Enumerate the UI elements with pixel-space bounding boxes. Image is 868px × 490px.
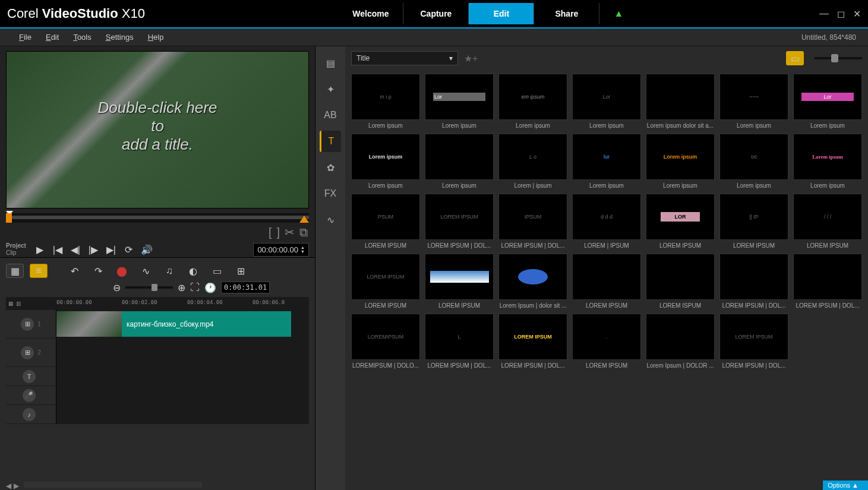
next-frame-button[interactable]: |▶ [84, 242, 102, 257]
play-button[interactable]: ▶ [31, 242, 49, 257]
main-tab-edit[interactable]: Edit [469, 3, 534, 24]
title-preset[interactable]: || IPLOREM IPSUM [719, 194, 788, 249]
track-body[interactable] [56, 405, 309, 423]
title-preset[interactable]: LOREM IPSUMLOREM IPSUM [351, 254, 420, 309]
title-preset[interactable]: LorLorem ipsum [793, 74, 862, 129]
multi-view-button[interactable]: ⊞ [232, 264, 250, 278]
repeat-button[interactable]: ⟳ [120, 242, 138, 257]
cut-icon[interactable]: ✂ [283, 225, 296, 239]
thumbnail-view-button[interactable]: ▭ [786, 51, 804, 65]
title-preset[interactable]: / / /LOREM IPSUM [793, 194, 862, 249]
redo-button[interactable]: ↷ [89, 264, 107, 278]
undo-button[interactable]: ↶ [65, 264, 83, 278]
track-body[interactable] [56, 367, 309, 385]
title-preset[interactable]: LOREM IPSUMLOREM IPSUM | DOL... [425, 194, 494, 249]
library-tab-transition[interactable]: AB [320, 105, 341, 126]
library-tab-title[interactable]: T [320, 131, 341, 152]
title-preset[interactable]: em ipsumLorem ipsum [498, 74, 567, 129]
track-voice[interactable]: 🎤 [6, 386, 309, 405]
ruler-icon[interactable]: ▦ [8, 301, 14, 306]
main-tab-share[interactable]: Share [534, 3, 599, 24]
title-placeholder[interactable]: Double-click here to add a title. [98, 99, 217, 154]
upload-icon[interactable]: ▲ [611, 3, 626, 24]
title-preset[interactable]: lorLorem ipsum [572, 134, 641, 189]
track-video[interactable]: ⊞1картинг-близко_сбоку.mp4 [6, 310, 309, 339]
zoom-slider[interactable] [125, 286, 173, 289]
mark-out-icon[interactable]: ] [275, 226, 281, 239]
library-tab-filter[interactable]: FX [320, 183, 341, 204]
title-preset[interactable]: Lorem ipsum [425, 134, 494, 189]
title-preset[interactable]: LORLOREM IPSUM [646, 194, 715, 249]
menu-help[interactable]: Help [141, 30, 171, 44]
prev-frame-button[interactable]: ◀| [67, 242, 84, 257]
title-preset[interactable]: LorLorem ipsum [572, 74, 641, 129]
title-preset[interactable]: Lorem Ipsum | DOLOR ... [646, 314, 715, 369]
title-preset[interactable]: LOREMIPSUMLOREMIPSUM | DOLO... [351, 314, 420, 369]
title-preset[interactable]: LOREM IPSUM | DOL... [719, 254, 788, 309]
split-icon[interactable]: ⧉ [298, 226, 309, 239]
timecode-down-icon[interactable]: ▼ [301, 249, 305, 254]
clock-icon[interactable]: 🕐 [204, 282, 216, 293]
library-tab-instant[interactable]: ✦ [320, 78, 341, 100]
title-preset[interactable]: ~~~Lorem ipsum [719, 74, 788, 129]
timecode[interactable]: 00:00:00.00 ▲▼ [253, 243, 309, 257]
auto-music-button[interactable]: ♫ [160, 264, 178, 278]
track-head[interactable]: ⊞2 [6, 339, 56, 366]
title-preset[interactable]: Lorem ipsumLorem ipsum [793, 134, 862, 189]
track-head[interactable]: T [6, 367, 56, 385]
track-music[interactable]: ♪ [6, 405, 309, 424]
menu-tools[interactable]: Tools [66, 30, 98, 44]
library-tab-graphic[interactable]: ✿ [320, 157, 341, 178]
title-preset[interactable]: L oLorem | ipsum [498, 134, 567, 189]
track-overlay[interactable]: ⊞2 [6, 339, 309, 367]
timeline-view-button[interactable]: ≡ [30, 264, 48, 278]
menu-edit[interactable]: Edit [39, 30, 66, 44]
subtitle-button[interactable]: ▭ [208, 264, 226, 278]
track-title[interactable]: T [6, 367, 309, 386]
library-tab-media[interactable]: ▤ [320, 52, 341, 74]
timecode-up-icon[interactable]: ▲ [301, 245, 305, 249]
category-dropdown[interactable]: Title▾ [351, 51, 458, 65]
preview-scrubber[interactable] [6, 213, 309, 223]
title-preset[interactable]: IPSUMLOREM IPSUM | DOL... [498, 194, 567, 249]
main-tab-welcome[interactable]: Welcome [338, 3, 403, 24]
title-preset[interactable]: LOREM ISPUM [646, 254, 715, 309]
title-preset[interactable]: Lorem ipsumLorem ipsum [646, 134, 715, 189]
menu-settings[interactable]: Settings [99, 30, 141, 44]
main-tab-capture[interactable]: Capture [403, 3, 469, 24]
fit-icon[interactable]: ⛶ [190, 282, 200, 293]
title-preset[interactable]: Lorem ipsum dolor sit a... [646, 74, 715, 129]
title-preset[interactable]: Lorem Ipsum | dolor sit ... [498, 254, 567, 309]
ruler-icon[interactable]: ▥ [16, 301, 21, 306]
record-button[interactable]: ⬤ [113, 264, 131, 278]
menu-file[interactable]: File [12, 30, 39, 44]
mode-clip[interactable]: Clip [6, 249, 26, 257]
title-preset[interactable]: d d dLOREM | IPSUM [572, 194, 641, 249]
title-preset[interactable]: txtLorem ipsum [719, 134, 788, 189]
track-motion-button[interactable]: ◐ [184, 264, 202, 278]
project-duration[interactable]: 0:00:31.01 [221, 282, 270, 293]
audio-mixer-button[interactable]: ∿ [137, 264, 154, 278]
title-preset[interactable]: LOREM IPSUM [425, 254, 494, 309]
mark-in-icon[interactable]: [ [267, 226, 273, 239]
minimize-icon[interactable]: — [819, 8, 829, 20]
title-preset[interactable]: m i pLorem ipsum [351, 74, 420, 129]
timeline-ruler[interactable]: ▦ ▥ 00:00:00.0000:00:02.0000:00:04.0000:… [6, 297, 309, 310]
volume-button[interactable]: 🔊 [138, 242, 156, 257]
title-preset[interactable]: LorLorem ipsum [425, 74, 494, 129]
zoom-out-icon[interactable]: ⊖ [113, 282, 121, 293]
options-button[interactable]: Options ▲ [823, 480, 868, 490]
track-head[interactable]: ♪ [6, 405, 56, 423]
close-icon[interactable]: ✕ [853, 8, 861, 20]
track-head[interactable]: 🎤 [6, 386, 56, 404]
library-tab-path[interactable]: ∿ [320, 209, 341, 230]
thumbnail-size-slider[interactable] [815, 57, 862, 59]
title-preset[interactable]: LOREM IPSUMLOREM IPSUM | DOL... [498, 314, 567, 369]
zoom-in-icon[interactable]: ⊕ [178, 282, 185, 293]
maximize-icon[interactable]: ◻ [837, 8, 845, 20]
storyboard-view-button[interactable]: ▦ [6, 264, 24, 278]
timeline-scroll[interactable]: ◀▶ [6, 482, 202, 490]
title-preset[interactable]: LOREM IPSUM [572, 254, 641, 309]
mode-project[interactable]: Project [6, 242, 26, 249]
favorite-icon[interactable]: ★+ [464, 53, 478, 64]
